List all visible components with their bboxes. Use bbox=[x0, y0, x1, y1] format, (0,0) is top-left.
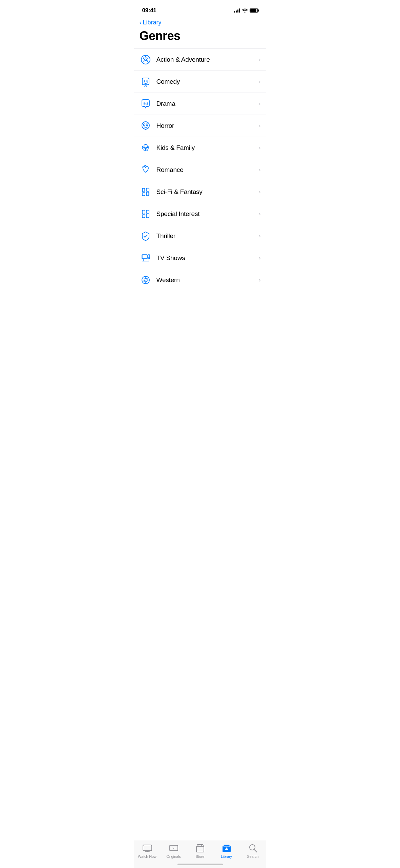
chevron-icon: › bbox=[259, 101, 260, 107]
genre-item-tv-shows[interactable]: TV Shows › bbox=[134, 247, 266, 269]
genre-item-sci-fi[interactable]: Sci-Fi & Fantasy › bbox=[134, 181, 266, 203]
chevron-icon: › bbox=[259, 255, 260, 261]
svg-point-12 bbox=[147, 146, 149, 148]
chevron-icon: › bbox=[259, 189, 260, 195]
svg-rect-20 bbox=[142, 215, 145, 218]
genre-name-western: Western bbox=[156, 276, 259, 284]
genre-name-horror: Horror bbox=[156, 122, 259, 130]
svg-point-4 bbox=[143, 102, 145, 104]
action-icon bbox=[140, 54, 152, 66]
genre-name-tv-shows: TV Shows bbox=[156, 254, 259, 262]
signal-icon bbox=[234, 8, 240, 13]
svg-rect-24 bbox=[142, 255, 147, 258]
chevron-icon: › bbox=[259, 79, 260, 85]
genre-name-scifi: Sci-Fi & Fantasy bbox=[156, 188, 259, 196]
genre-item-drama[interactable]: Drama › bbox=[134, 93, 266, 115]
romance-icon bbox=[140, 164, 152, 176]
chevron-icon: › bbox=[259, 211, 260, 217]
svg-point-2 bbox=[144, 80, 145, 82]
chevron-icon: › bbox=[259, 277, 260, 283]
genre-name-action-adventure: Action & Adventure bbox=[156, 56, 259, 63]
genre-item-special-interest[interactable]: Special Interest › bbox=[134, 203, 266, 225]
status-bar: 09:41 bbox=[134, 0, 266, 16]
special-icon bbox=[140, 208, 152, 220]
status-icons bbox=[234, 8, 258, 13]
genre-item-action-adventure[interactable]: Action & Adventure › bbox=[134, 48, 266, 71]
page-title: Genres bbox=[134, 27, 266, 48]
wifi-icon bbox=[242, 8, 248, 13]
horror-icon bbox=[140, 120, 152, 132]
battery-icon bbox=[250, 8, 258, 13]
genre-name-comedy: Comedy bbox=[156, 78, 259, 85]
genre-name-romance: Romance bbox=[156, 166, 259, 174]
svg-point-6 bbox=[142, 122, 149, 129]
western-icon bbox=[140, 274, 152, 286]
svg-rect-23 bbox=[142, 255, 147, 259]
svg-point-10 bbox=[144, 144, 147, 148]
svg-point-3 bbox=[146, 80, 148, 82]
svg-point-11 bbox=[142, 146, 144, 148]
chevron-icon: › bbox=[259, 167, 260, 173]
chevron-icon: › bbox=[259, 145, 260, 151]
svg-point-8 bbox=[146, 124, 148, 126]
scifi-icon bbox=[140, 186, 152, 198]
genre-item-comedy[interactable]: Comedy › bbox=[134, 71, 266, 93]
tvshows-icon bbox=[140, 252, 152, 264]
thriller-icon bbox=[140, 230, 152, 242]
chevron-icon: › bbox=[259, 123, 260, 129]
svg-point-5 bbox=[146, 102, 148, 104]
kids-icon bbox=[140, 142, 152, 154]
svg-rect-18 bbox=[147, 192, 149, 195]
genre-item-horror[interactable]: Horror › bbox=[134, 115, 266, 137]
svg-rect-25 bbox=[148, 255, 150, 259]
back-label: Library bbox=[143, 19, 162, 26]
drama-icon bbox=[140, 98, 152, 110]
back-chevron-icon: ‹ bbox=[140, 19, 142, 26]
genre-name-kids-family: Kids & Family bbox=[156, 144, 259, 152]
genre-item-thriller[interactable]: Thriller › bbox=[134, 225, 266, 247]
genre-item-kids-family[interactable]: Kids & Family › bbox=[134, 137, 266, 159]
genre-item-romance[interactable]: Romance › bbox=[134, 159, 266, 181]
svg-rect-21 bbox=[146, 210, 149, 213]
svg-rect-22 bbox=[146, 214, 149, 218]
svg-point-9 bbox=[145, 129, 146, 130]
chevron-icon: › bbox=[259, 57, 260, 63]
genre-name-thriller: Thriller bbox=[156, 232, 259, 240]
svg-rect-15 bbox=[142, 193, 145, 196]
genre-name-special-interest: Special Interest bbox=[156, 210, 259, 218]
genre-item-western[interactable]: Western › bbox=[134, 269, 266, 291]
genre-list: Action & Adventure › Comedy › bbox=[134, 48, 266, 291]
back-button[interactable]: ‹ Library bbox=[134, 16, 266, 27]
genre-name-drama: Drama bbox=[156, 100, 259, 107]
svg-rect-19 bbox=[142, 210, 145, 214]
comedy-icon bbox=[140, 76, 152, 88]
svg-rect-16 bbox=[146, 188, 149, 191]
svg-rect-14 bbox=[143, 189, 145, 191]
chevron-icon: › bbox=[259, 233, 260, 239]
status-time: 09:41 bbox=[142, 7, 156, 14]
svg-point-7 bbox=[143, 124, 145, 126]
